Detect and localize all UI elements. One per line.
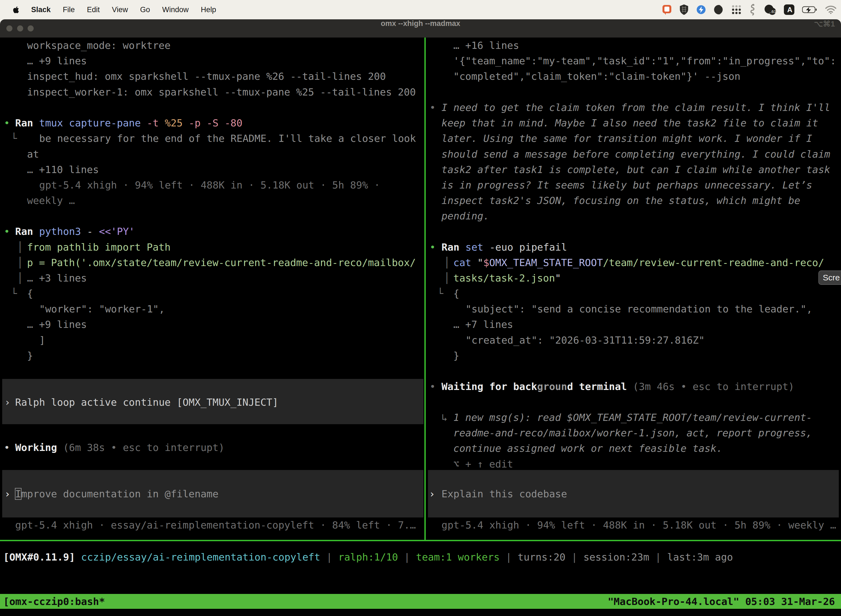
text-segment: pending.	[441, 210, 489, 221]
screen-share-overlay[interactable]: Scre	[818, 270, 841, 285]
text-segment: groun	[537, 381, 567, 392]
terminal-line: "subject": "send a concise recommendatio…	[466, 301, 812, 317]
notice-text: Ralph loop active continue [OMX_TMUX_INJ…	[15, 395, 278, 410]
tmux-host-time: "MacBook-Pro-44.local" 05:03 31-Mar-26	[608, 596, 835, 607]
waiting-bullet: •	[429, 379, 436, 395]
text-segment: -S	[201, 117, 218, 129]
text-segment: gpt-5.4 xhigh · 94% left · 488K in · 5.1…	[441, 519, 836, 531]
text-segment: •	[429, 242, 436, 253]
text-segment: •	[4, 117, 10, 129]
terminal-line: }	[453, 348, 459, 364]
terminal-line: be necessary for the end of the README. …	[39, 131, 416, 146]
text-segment: -p	[183, 117, 201, 129]
text-segment: -	[81, 226, 93, 237]
text-segment: ›	[429, 488, 435, 500]
text-segment: "	[555, 273, 561, 284]
text-segment: mprove documentation in @filename	[21, 488, 218, 500]
tmux-session-label[interactable]: [omx-cczip0:bash*	[3, 596, 105, 607]
text-segment: '{"team_name":"my-team","task_id":"1","f…	[453, 55, 836, 66]
terminal-line: {	[453, 286, 459, 301]
text-segment: python3	[33, 226, 81, 237]
text-segment: •	[429, 381, 436, 392]
pane-divider-vertical[interactable]	[424, 38, 426, 540]
prompt-chevron: ›	[4, 486, 10, 502]
terminal-line: cat "$OMX_TEAM_STATE_ROOT/team/review-cu…	[453, 255, 824, 270]
text-segment: [OMX#0.11.9]	[3, 551, 75, 563]
waiting-line: Waiting for background terminal (3m 46s …	[441, 379, 794, 395]
terminal-line: from pathlib import Path	[27, 239, 170, 255]
terminal-line: "worker": "worker-1",	[39, 301, 165, 317]
text-segment: 1 new msg(s): read $OMX_TEAM_STATE_ROOT/…	[453, 412, 812, 423]
terminal-line: workspace_mode: worktree	[27, 38, 170, 53]
terminal-line: │	[444, 270, 450, 286]
session-meta-left: gpt-5.4 xhigh · essay/ai-reimplementatio…	[15, 518, 416, 533]
text-segment: I need to get the claim token from the c…	[441, 102, 830, 113]
text-segment: Explain this codebase	[441, 488, 567, 500]
pane-divider-horizontal	[0, 540, 841, 541]
terminal-line: at	[27, 147, 39, 162]
text-segment: cat	[453, 257, 477, 268]
terminal-line: … +3 lines	[27, 270, 87, 286]
command-bullet: •	[429, 239, 436, 255]
terminal-line: │	[17, 239, 23, 255]
text-segment: |	[649, 551, 667, 563]
text-segment: Ran	[441, 242, 459, 253]
text-segment: •	[429, 102, 436, 113]
text-segment: Waiting for back	[441, 381, 537, 392]
text-cursor: I	[15, 488, 21, 500]
mailbox-note: continue assigned work or next feasible …	[453, 441, 722, 456]
text-segment: ›	[4, 397, 10, 408]
prompt-input-right: Explain this codebase	[441, 486, 567, 502]
text-segment: "worker": "worker-1",	[39, 303, 165, 315]
terminal-line: └	[437, 286, 443, 301]
terminal-line: └	[11, 286, 17, 301]
command-bullet: •	[4, 224, 10, 239]
working-bullet: •	[4, 440, 10, 455]
terminal-line: └	[11, 131, 17, 146]
terminal-line: {	[27, 286, 33, 301]
text-segment: session:23m	[583, 551, 649, 563]
text-segment: later. Using the same for transition mig…	[441, 133, 812, 144]
text-segment: … +110 lines	[27, 164, 99, 175]
text-segment: ↳	[441, 412, 448, 423]
mailbox-note: readme-and-reco/mailbox/worker-1.json, a…	[453, 425, 812, 441]
thinking-line: later. Using the same for transition mig…	[441, 131, 812, 146]
screen-share-label: Scre	[823, 273, 840, 282]
text-segment: -euo pipefail	[484, 242, 567, 253]
text-segment: inspect_hud: omx sparkshell --tmux-pane …	[27, 70, 386, 82]
mailbox-note: 1 new msg(s): read $OMX_TEAM_STATE_ROOT/…	[453, 410, 812, 425]
text-segment: cczip/essay/ai-reimplementation-copyleft	[75, 551, 320, 563]
terminal-line: weekly …	[27, 193, 75, 208]
text-segment: inspect_worker-1: omx sparkshell --tmux-…	[27, 87, 416, 98]
text-segment: -80	[218, 117, 243, 129]
text-segment: ›	[4, 488, 10, 500]
text-segment: turns:20	[518, 551, 566, 563]
text-segment: {	[27, 288, 33, 299]
text-segment: is in progress? It seems likely but perh…	[441, 179, 812, 191]
omx-status-line: [OMX#0.11.9] cczip/essay/ai-reimplementa…	[3, 550, 733, 565]
command-bullet: •	[4, 115, 10, 131]
command-line: Ran set -euo pipefail	[441, 239, 567, 255]
prompt-input-left: Improve documentation in @filename	[15, 486, 218, 502]
text-segment: %25	[159, 117, 183, 129]
thinking-line: should send a message before completing …	[441, 147, 830, 162]
prompt-chevron: ›	[429, 486, 435, 502]
text-segment: Ran	[15, 117, 33, 129]
terminal-line: p = Path('.omx/state/team/review-current…	[27, 255, 416, 270]
screen: Slack FileEditViewGoWindowHelp ..61	[0, 0, 841, 616]
text-segment: … +9 lines	[27, 55, 87, 66]
text-segment: ⌥ + ↑ edit	[453, 458, 513, 470]
text-segment: … +9 lines	[27, 319, 87, 330]
terminal-line: │	[444, 255, 450, 270]
terminal-line: ]	[39, 333, 45, 348]
terminal-line: … +7 lines	[453, 317, 513, 332]
text-segment: │	[17, 257, 23, 268]
command-line: Ran tmux capture-pane -t %25 -p -S -80	[15, 115, 243, 131]
text-segment: … +3 lines	[27, 273, 87, 284]
terminal-line: '{"team_name":"my-team","task_id":"1","f…	[453, 53, 836, 69]
text-segment: └	[11, 133, 17, 144]
terminal-line: │	[17, 255, 23, 270]
session-meta-right: gpt-5.4 xhigh · 94% left · 488K in · 5.1…	[441, 518, 836, 533]
text-segment: last:3m ago	[667, 551, 733, 563]
text-segment: p = Path('.omx/state/team/review-current…	[27, 257, 416, 268]
